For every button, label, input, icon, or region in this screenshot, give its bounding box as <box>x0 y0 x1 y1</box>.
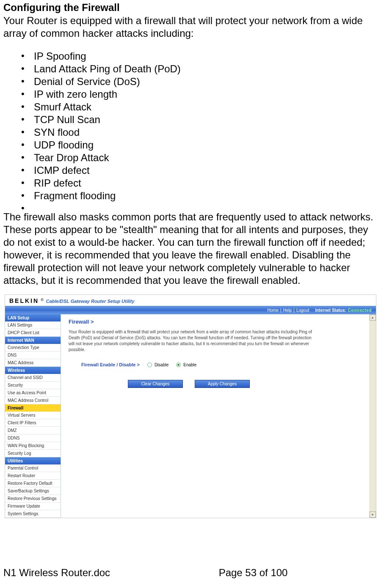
radio-enable-label: Enable <box>183 363 196 367</box>
sidebar-item-security[interactable]: Security <box>5 382 61 389</box>
nav-home-link[interactable]: Home <box>267 308 279 313</box>
clear-changes-button[interactable]: Clear Changes <box>128 380 183 388</box>
sidebar-item-wan-ping-blocking[interactable]: WAN Ping Blocking <box>5 442 61 450</box>
sidebar-item-use-as-ap[interactable]: Use as Access Point <box>5 389 61 397</box>
list-item: Fragment flooding <box>21 190 378 202</box>
sidebar-item-restore-previous[interactable]: Restore Previous Settings <box>5 495 61 503</box>
separator: | <box>293 308 295 313</box>
doc-paragraph: The firewall also masks common ports tha… <box>3 211 378 287</box>
sidebar-item-virtual-servers[interactable]: Virtual Servers <box>5 412 61 419</box>
sidebar-item-dmz[interactable]: DMZ <box>5 427 61 434</box>
registered-mark: ® <box>41 298 44 302</box>
scroll-up-icon[interactable]: ▴ <box>370 314 376 321</box>
scrollbar[interactable]: ▴ ▾ <box>369 314 376 518</box>
doc-intro-text: Your Router is equipped with a firewall … <box>3 14 378 40</box>
footer-filename: N1 Wireless Router.doc <box>3 567 110 579</box>
router-subtitle: Cable/DSL Gateway Router Setup Utility <box>46 299 135 304</box>
sidebar-item-lan-settings[interactable]: LAN Settings <box>5 321 61 329</box>
doc-section-title: Configuring the Firewall <box>3 2 378 14</box>
sidebar-item-channel-ssid[interactable]: Channel and SSID <box>5 374 61 382</box>
scroll-down-icon[interactable]: ▾ <box>370 511 376 518</box>
sidebar-item-parental-control[interactable]: Parental Control <box>5 464 61 472</box>
sidebar-item-restore-factory[interactable]: Restore Factory Default <box>5 480 61 487</box>
sidebar-item-ddns[interactable]: DDNS <box>5 434 61 442</box>
list-item: Smurf Attack <box>21 101 378 113</box>
list-item: Denial of Service (DoS) <box>21 75 378 88</box>
sidebar-item-connection-type[interactable]: Connection Type <box>5 344 61 352</box>
sidebar-item-dns[interactable]: DNS <box>5 352 61 359</box>
firewall-description: Your Router is equipped with a firewall … <box>69 329 314 353</box>
sidebar-item-system-settings[interactable]: System Settings <box>5 510 61 518</box>
nav-logout-link[interactable]: Logout <box>296 308 309 313</box>
internet-status-label: Internet Status: <box>315 308 346 313</box>
footer-page-number: Page 53 of 100 <box>129 567 378 579</box>
sidebar-item-dhcp-client-list[interactable]: DHCP Client List <box>5 329 61 337</box>
list-item: UDP flooding <box>21 139 378 151</box>
sidebar-header-firewall-active[interactable]: Firewall <box>5 404 61 412</box>
firewall-enable-disable-label: Firewall Enable / Disable > <box>81 362 140 367</box>
apply-changes-button[interactable]: Apply Changes <box>195 380 250 388</box>
sidebar-item-security-log[interactable]: Security Log <box>5 450 61 457</box>
list-item: IP with zero length <box>21 88 378 101</box>
radio-enable[interactable] <box>176 363 181 367</box>
list-item: Land Attack Ping of Death (PoD) <box>21 63 378 75</box>
sidebar-item-restart-router[interactable]: Restart Router <box>5 472 61 480</box>
router-main-panel: Firewall > Your Router is equipped with … <box>61 314 369 518</box>
internet-status-value: Connected <box>348 308 372 313</box>
radio-disable[interactable] <box>147 363 152 367</box>
list-item: IP Spoofing <box>21 50 378 63</box>
sidebar-header-internet-wan: Internet WAN <box>5 337 61 344</box>
list-item: ICMP defect <box>21 164 378 177</box>
sidebar-item-mac-control[interactable]: MAC Address Control <box>5 397 61 404</box>
router-sidebar: LAN Setup LAN Settings DHCP Client List … <box>5 314 61 518</box>
brand-logo: BELKIN <box>9 297 39 304</box>
list-item: RIP defect <box>21 177 378 190</box>
page-heading-firewall: Firewall > <box>69 319 362 325</box>
router-ui-screenshot: BELKIN ® Cable/DSL Gateway Router Setup … <box>5 294 376 518</box>
nav-help-link[interactable]: Help <box>283 308 292 313</box>
attack-bullet-list: IP Spoofing Land Attack Ping of Death (P… <box>21 50 378 209</box>
separator: | <box>280 308 282 313</box>
list-item: SYN flood <box>21 126 378 139</box>
router-topbar: Home | Help | Logout Internet Status: Co… <box>5 306 376 314</box>
list-item: TCP Null Scan <box>21 113 378 126</box>
list-item-empty <box>21 202 378 209</box>
list-item: Tear Drop Attack <box>21 151 378 164</box>
sidebar-item-save-backup[interactable]: Save/Backup Settings <box>5 487 61 495</box>
sidebar-item-mac-address[interactable]: MAC Address <box>5 359 61 367</box>
sidebar-header-wireless: Wireless <box>5 367 61 374</box>
sidebar-header-utilities: Utilities <box>5 457 61 464</box>
sidebar-header-lan-setup: LAN Setup <box>5 314 61 321</box>
sidebar-item-firmware-update[interactable]: Firmware Update <box>5 503 61 510</box>
sidebar-item-client-ip-filters[interactable]: Client IP Filters <box>5 419 61 427</box>
document-footer: N1 Wireless Router.doc Page 53 of 100 <box>3 567 378 579</box>
radio-disable-label: Disable <box>155 363 168 367</box>
